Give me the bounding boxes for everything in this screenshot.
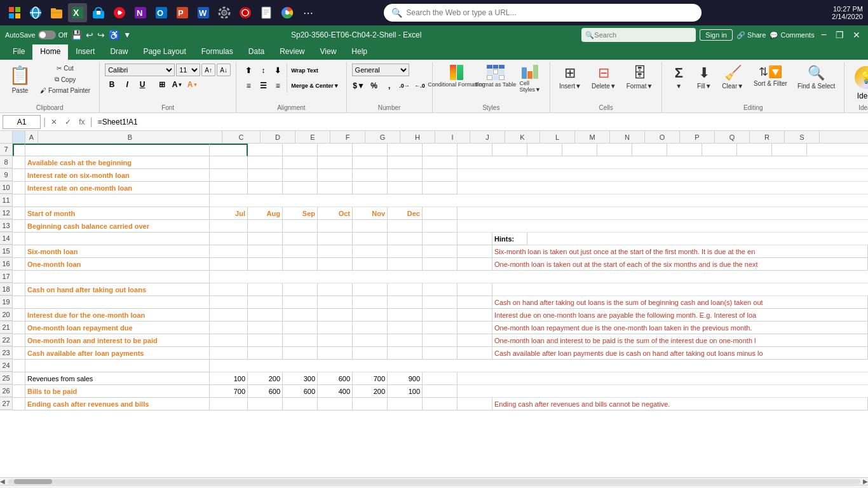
cell-I10[interactable] (423, 182, 458, 194)
cell-K7[interactable] (492, 144, 527, 156)
cell-F23[interactable] (318, 347, 353, 360)
customize-icon[interactable]: ▼ (123, 30, 131, 39)
tab-review[interactable]: Review (272, 44, 312, 60)
cell-I8[interactable] (423, 156, 458, 169)
file-explorer-icon[interactable] (47, 3, 66, 22)
cell-G27[interactable] (353, 398, 388, 410)
cell-I27[interactable] (423, 398, 458, 410)
cell-E8[interactable] (283, 156, 318, 169)
cell-H18[interactable] (388, 283, 423, 296)
percent-btn[interactable]: % (367, 79, 381, 93)
cell-F21[interactable] (318, 322, 353, 334)
cell-F9[interactable] (318, 169, 353, 182)
cell-F8[interactable] (318, 156, 353, 169)
formula-input[interactable] (95, 115, 865, 129)
cell-G22[interactable] (353, 334, 388, 347)
row-num-14[interactable]: 14 (0, 233, 13, 245)
cell-I20[interactable] (423, 309, 458, 322)
cell-G15[interactable] (353, 245, 388, 258)
cell-D25[interactable]: 200 (248, 372, 283, 385)
auto-save-toggle[interactable] (38, 30, 56, 39)
cell-K14[interactable]: Hints: (492, 233, 527, 245)
cell-H9[interactable] (388, 169, 423, 182)
format-painter-button[interactable]: 🖌 Format Painter (36, 86, 94, 95)
excel-taskbar-icon[interactable]: X (68, 3, 87, 22)
cell-E14[interactable] (283, 233, 318, 245)
row-num-16[interactable]: 16 (0, 258, 13, 270)
cell-D7[interactable] (248, 144, 283, 156)
cell-J19[interactable] (458, 296, 492, 309)
cell-I15[interactable] (423, 245, 458, 258)
cell-J16[interactable] (458, 258, 492, 271)
cell-C19[interactable] (210, 296, 248, 309)
col-header-O[interactable]: O (645, 131, 680, 143)
col-header-Q[interactable]: Q (715, 131, 750, 143)
font-color-button[interactable]: A▼ (186, 78, 200, 92)
cell-A8[interactable] (13, 156, 25, 169)
cell-C13[interactable] (210, 220, 248, 233)
cell-D18[interactable] (248, 283, 283, 296)
cell-E22[interactable] (283, 334, 318, 347)
cell-G19[interactable] (353, 296, 388, 309)
decrease-font-btn[interactable]: A↓ (217, 64, 231, 76)
cell-H8[interactable] (388, 156, 423, 169)
scroll-thumb[interactable] (14, 479, 52, 484)
cell-H16[interactable] (388, 258, 423, 271)
italic-button[interactable]: I (120, 78, 134, 92)
cell-F16[interactable] (318, 258, 353, 271)
format-table-button[interactable]: Format as Table (478, 64, 513, 89)
scroll-right-arrow[interactable]: ▶ (863, 478, 868, 485)
col-header-M[interactable]: M (575, 131, 610, 143)
cell-D26[interactable]: 600 (248, 385, 283, 398)
cell-H21[interactable] (388, 322, 423, 334)
row-num-13[interactable]: 13 (0, 220, 13, 232)
cell-C14[interactable] (210, 233, 248, 245)
cell-A9[interactable] (13, 169, 25, 182)
cell-I25[interactable] (423, 372, 458, 385)
insert-function-icon[interactable]: fx (76, 118, 87, 126)
row-num-10[interactable]: 10 (0, 182, 13, 194)
copy-button[interactable]: ⧉ Copy (36, 74, 94, 85)
cell-O7[interactable] (632, 144, 667, 156)
cell-D19[interactable] (248, 296, 283, 309)
cell-G26[interactable]: 200 (353, 385, 388, 398)
cell-D12[interactable]: Aug (248, 207, 283, 220)
cell-B10[interactable]: Interest rate on one-month loan (25, 182, 210, 194)
cell-H15[interactable] (388, 245, 423, 258)
row-num-27[interactable]: 27 (0, 398, 13, 410)
cell-F12[interactable]: Oct (318, 207, 353, 220)
cell-A20[interactable] (13, 309, 25, 322)
cell-A25[interactable] (13, 372, 25, 385)
settings-icon[interactable] (215, 3, 234, 22)
cell-F15[interactable] (318, 245, 353, 258)
cell-B21[interactable]: One-month loan repayment due (25, 322, 210, 334)
cell-reference-box[interactable] (3, 115, 41, 129)
cell-I21[interactable] (423, 322, 458, 334)
minimize-button[interactable]: − (818, 29, 829, 41)
cell-D9[interactable] (248, 169, 283, 182)
row-num-26[interactable]: 26 (0, 385, 13, 397)
cell-D23[interactable] (248, 347, 283, 360)
cell-I26[interactable] (423, 385, 458, 398)
restore-button[interactable]: ❐ (833, 30, 846, 40)
cut-button[interactable]: ✂ Cut (36, 64, 94, 73)
cell-A10[interactable] (13, 182, 25, 194)
cell-B16[interactable]: One-month loan (25, 258, 210, 271)
cell-B8[interactable]: Available cash at the beginning (25, 156, 210, 169)
increase-decimal-btn[interactable]: .0→ (398, 79, 412, 93)
cell-I9[interactable] (423, 169, 458, 182)
cell-J14[interactable] (458, 233, 492, 245)
col-header-E[interactable]: E (295, 131, 330, 143)
chrome-icon[interactable] (278, 3, 297, 22)
cell-Q7[interactable] (702, 144, 737, 156)
cell-C23[interactable] (210, 347, 248, 360)
align-bottom-btn[interactable]: ⬇ (271, 64, 285, 78)
sign-in-button[interactable]: Sign in (700, 29, 733, 41)
number-format-select[interactable]: General (352, 64, 409, 76)
cell-D10[interactable] (248, 182, 283, 194)
cell-H12[interactable]: Dec (388, 207, 423, 220)
cell-L7[interactable] (527, 144, 562, 156)
cell-C27[interactable] (210, 398, 248, 410)
format-cells-button[interactable]: 🗄 Format▼ (623, 64, 657, 91)
cell-C10[interactable] (210, 182, 248, 194)
